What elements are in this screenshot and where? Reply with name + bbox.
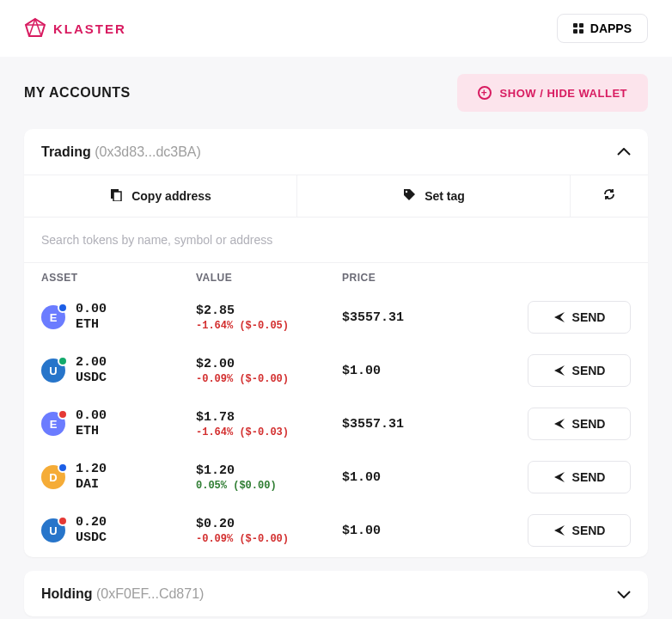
asset-cell: E 0.00 ETH [41,302,196,333]
account-card-trading: Trading (0x3d83...dc3BA) Copy address Se… [24,129,648,557]
plus-circle-icon: + [478,86,492,100]
account-address: (0x3d83...dc3BA) [95,144,201,159]
send-icon [553,365,565,377]
token-icon: D [41,465,65,489]
send-button[interactable]: SEND [528,461,631,493]
value-change: 0.05% ($0.00) [196,480,342,492]
dapps-label: DAPPS [590,21,632,35]
send-button[interactable]: SEND [528,408,631,440]
account-header[interactable]: Trading (0x3d83...dc3BA) [24,129,648,175]
account-address: (0xF0EF...Cd871) [96,586,204,601]
copy-address-button[interactable]: Copy address [24,175,297,217]
token-symbol: ETH [76,424,107,439]
send-label: SEND [572,470,606,484]
search-wrap [24,217,648,262]
account-name: Holding [41,586,93,601]
token-symbol: USDC [76,530,107,546]
send-label: SEND [572,364,606,377]
chain-badge-icon [58,409,68,420]
price-cell: $1.00 [342,470,528,485]
value-main: $2.85 [196,303,342,318]
price-cell: $1.00 [342,364,528,378]
value-change: -0.09% ($-0.00) [196,373,342,385]
token-amount: 0.00 [76,302,107,317]
value-change: -1.64% ($-0.03) [196,426,342,438]
send-label: SEND [572,310,606,324]
asset-row: D 1.20 DAI $1.20 0.05% ($0.00) $1.00 SEN… [24,450,648,504]
col-price: PRICE [342,272,528,284]
send-label: SEND [572,524,606,537]
token-icon: E [41,305,65,329]
set-tag-button[interactable]: Set tag [297,175,571,217]
tag-icon [402,187,416,205]
account-name: Trading [41,144,91,159]
token-icon: E [41,412,65,436]
send-icon [553,311,565,323]
token-amount: 0.20 [76,515,107,530]
action-bar: Copy address Set tag [24,175,648,217]
brand-logo[interactable]: KLASTER [24,17,126,40]
col-value: VALUE [196,272,342,284]
price-cell: $1.00 [342,524,528,538]
show-hide-label: SHOW / HIDE WALLET [500,87,627,100]
grid-icon [573,23,583,34]
tag-label: Set tag [425,189,465,203]
send-button[interactable]: SEND [528,514,631,547]
brand-name: KLASTER [53,21,126,36]
chain-badge-icon [58,356,68,366]
asset-cell: D 1.20 DAI [41,462,196,493]
value-main: $0.20 [196,517,342,531]
chain-badge-icon [58,303,68,313]
page-title: MY ACCOUNTS [24,85,131,101]
svg-marker-0 [26,19,45,36]
refresh-icon [602,187,616,205]
asset-list: E 0.00 ETH $2.85 -1.64% ($-0.05) $3557.3… [24,291,648,557]
svg-point-6 [406,191,407,193]
col-asset: ASSET [41,272,196,284]
asset-row: U 0.20 USDC $0.20 -0.09% ($-0.00) $1.00 … [24,504,648,557]
value-cell: $2.00 -0.09% ($-0.00) [196,357,342,385]
value-main: $2.00 [196,357,342,371]
copy-label: Copy address [131,189,211,203]
send-icon [553,418,565,430]
token-icon: U [41,518,65,542]
send-button[interactable]: SEND [528,301,631,334]
asset-row: E 0.00 ETH $2.85 -1.64% ($-0.05) $3557.3… [24,291,648,344]
refresh-button[interactable] [571,175,648,217]
value-cell: $2.85 -1.64% ($-0.05) [196,303,342,332]
send-button[interactable]: SEND [528,354,631,387]
asset-cell: U 2.00 USDC [41,355,196,386]
show-hide-wallet-button[interactable]: + SHOW / HIDE WALLET [457,74,648,112]
asset-row: E 0.00 ETH $1.78 -1.64% ($-0.03) $3557.3… [24,397,648,450]
page-body: MY ACCOUNTS + SHOW / HIDE WALLET Trading… [0,57,672,619]
value-cell: $1.20 0.05% ($0.00) [196,463,342,492]
account-card-holding: Holding (0xF0EF...Cd871) [24,571,648,616]
chevron-up-icon [617,143,631,161]
dapps-button[interactable]: DAPPS [557,14,648,43]
token-symbol: DAI [76,477,107,493]
value-cell: $0.20 -0.09% ($-0.00) [196,517,342,545]
token-amount: 1.20 [76,462,107,477]
send-icon [553,524,565,536]
table-header: ASSET VALUE PRICE [24,262,648,291]
search-input[interactable] [41,224,631,255]
price-cell: $3557.31 [342,417,528,432]
token-symbol: USDC [76,371,107,386]
account-header[interactable]: Holding (0xF0EF...Cd871) [24,571,648,616]
asset-cell: E 0.00 ETH [41,408,196,439]
chain-badge-icon [58,516,68,526]
page-header: MY ACCOUNTS + SHOW / HIDE WALLET [24,74,648,112]
token-amount: 2.00 [76,355,107,371]
copy-icon [109,187,123,205]
value-change: -0.09% ($-0.00) [196,533,342,545]
send-label: SEND [572,417,606,431]
chain-badge-icon [58,463,68,473]
asset-cell: U 0.20 USDC [41,515,196,546]
token-amount: 0.00 [76,408,107,424]
klaster-logo-icon [24,17,46,40]
value-cell: $1.78 -1.64% ($-0.03) [196,410,342,438]
token-icon: U [41,359,65,383]
svg-rect-5 [113,192,121,201]
asset-row: U 2.00 USDC $2.00 -0.09% ($-0.00) $1.00 … [24,344,648,397]
token-symbol: ETH [76,317,107,333]
